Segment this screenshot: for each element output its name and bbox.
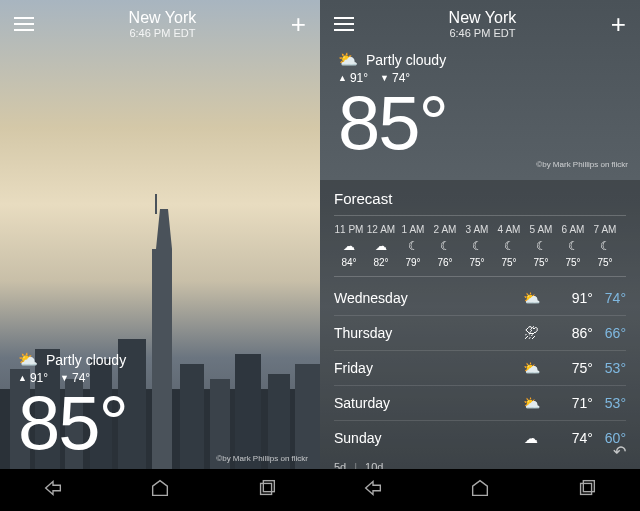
photo-credit: ©by Mark Phillips on flickr: [216, 454, 308, 463]
day-name: Thursday: [334, 325, 516, 341]
svg-rect-7: [155, 194, 157, 214]
day-icon: ⛅: [516, 395, 546, 411]
day-low: 66°: [605, 325, 626, 341]
svg-marker-6: [152, 209, 172, 469]
topbar: New York 6:46 PM EDT +: [320, 0, 640, 48]
forecast-title: Forecast: [334, 190, 626, 207]
hour-item[interactable]: 5 AM☾75°: [526, 224, 556, 268]
add-location-button[interactable]: +: [291, 11, 306, 37]
add-location-button[interactable]: +: [611, 11, 626, 37]
forecast-panel[interactable]: Forecast 11 PM☁84°12 AM☁82°1 AM☾79°2 AM☾…: [320, 180, 640, 469]
day-name: Wednesday: [334, 290, 516, 306]
day-high: 74°: [572, 430, 593, 446]
screen-left: New York 6:46 PM EDT + ⛅ Partly cloudy ▲…: [0, 0, 320, 511]
hour-icon: ☾: [430, 239, 460, 253]
day-name: Friday: [334, 360, 516, 376]
hour-temp: 82°: [366, 257, 396, 268]
hour-temp: 84°: [334, 257, 364, 268]
location-block[interactable]: New York 6:46 PM EDT: [449, 9, 517, 39]
hour-time: 3 AM: [462, 224, 492, 235]
hour-icon: ☾: [494, 239, 524, 253]
partly-cloudy-icon: ⛅: [18, 350, 38, 369]
location-time: 6:46 PM EDT: [129, 27, 197, 39]
hour-item[interactable]: 7 AM☾75°: [590, 224, 620, 268]
hour-item[interactable]: 4 AM☾75°: [494, 224, 524, 268]
hour-temp: 75°: [494, 257, 524, 268]
hour-item[interactable]: 11 PM☁84°: [334, 224, 364, 268]
partly-cloudy-icon: ⛅: [338, 50, 358, 69]
day-row[interactable]: Thursday⛈86°66°: [334, 316, 626, 351]
svg-rect-15: [580, 483, 591, 494]
day-row[interactable]: Wednesday⛅91°74°: [334, 281, 626, 316]
svg-rect-10: [235, 354, 261, 469]
home-button[interactable]: [149, 477, 171, 503]
day-row[interactable]: Friday⛅75°53°: [334, 351, 626, 386]
menu-icon[interactable]: [14, 17, 34, 31]
day-row[interactable]: Saturday⛅71°53°: [334, 386, 626, 421]
day-high: 86°: [572, 325, 593, 341]
android-navbar: [320, 469, 640, 511]
hourly-forecast[interactable]: 11 PM☁84°12 AM☁82°1 AM☾79°2 AM☾76°3 AM☾7…: [334, 215, 626, 277]
hour-item[interactable]: 12 AM☁82°: [366, 224, 396, 268]
photo-credit: ©by Mark Phillips on flickr: [536, 160, 628, 169]
topbar: New York 6:46 PM EDT +: [0, 0, 320, 48]
svg-rect-16: [583, 481, 594, 492]
recent-apps-button[interactable]: [256, 477, 278, 503]
hour-time: 7 AM: [590, 224, 620, 235]
day-name: Saturday: [334, 395, 516, 411]
hour-time: 11 PM: [334, 224, 364, 235]
back-button[interactable]: [362, 477, 384, 503]
home-button[interactable]: [469, 477, 491, 503]
undo-icon[interactable]: ↶: [613, 442, 626, 461]
hour-icon: ☾: [558, 239, 588, 253]
hour-item[interactable]: 2 AM☾76°: [430, 224, 460, 268]
hour-temp: 75°: [462, 257, 492, 268]
day-icon: ⛅: [516, 290, 546, 306]
location-block[interactable]: New York 6:46 PM EDT: [129, 9, 197, 39]
hour-icon: ☾: [590, 239, 620, 253]
hour-temp: 75°: [558, 257, 588, 268]
hour-item[interactable]: 6 AM☾75°: [558, 224, 588, 268]
hour-item[interactable]: 3 AM☾75°: [462, 224, 492, 268]
recent-apps-button[interactable]: [576, 477, 598, 503]
menu-icon[interactable]: [334, 17, 354, 31]
hour-temp: 75°: [526, 257, 556, 268]
current-weather: ⛅ Partly cloudy ▲91° ▼74° 85°: [338, 50, 622, 161]
current-weather: ⛅ Partly cloudy ▲91° ▼74° 85°: [18, 350, 127, 461]
hour-item[interactable]: 8 A: [622, 224, 626, 268]
back-button[interactable]: [42, 477, 64, 503]
hour-time: 2 AM: [430, 224, 460, 235]
day-icon: ⛅: [516, 360, 546, 376]
day-high: 91°: [572, 290, 593, 306]
hour-temp: 75°: [590, 257, 620, 268]
day-low: 53°: [605, 395, 626, 411]
hour-icon: ☾: [462, 239, 492, 253]
daily-forecast: Wednesday⛅91°74°Thursday⛈86°66°Friday⛅75…: [334, 281, 626, 455]
hour-time: 8 A: [622, 224, 626, 235]
location-name: New York: [449, 9, 517, 27]
day-low: 53°: [605, 360, 626, 376]
hour-item[interactable]: 1 AM☾79°: [398, 224, 428, 268]
hour-time: 1 AM: [398, 224, 428, 235]
hour-icon: ☁: [334, 239, 364, 253]
day-high: 71°: [572, 395, 593, 411]
hour-time: 4 AM: [494, 224, 524, 235]
hour-temp: 79°: [398, 257, 428, 268]
day-row[interactable]: Sunday☁74°60°: [334, 421, 626, 455]
hour-icon: ☁: [366, 239, 396, 253]
day-low: 74°: [605, 290, 626, 306]
current-temp: 85°: [338, 85, 622, 161]
hour-icon: ☾: [398, 239, 428, 253]
screen-right: New York 6:46 PM EDT + ⛅ Partly cloudy ▲…: [320, 0, 640, 511]
current-temp: 85°: [18, 385, 127, 461]
day-icon: ⛈: [516, 325, 546, 341]
svg-rect-14: [263, 481, 274, 492]
hour-temp: 76°: [430, 257, 460, 268]
location-time: 6:46 PM EDT: [449, 27, 517, 39]
day-icon: ☁: [516, 430, 546, 446]
hour-icon: ☾: [526, 239, 556, 253]
hour-time: 5 AM: [526, 224, 556, 235]
day-high: 75°: [572, 360, 593, 376]
day-name: Sunday: [334, 430, 516, 446]
svg-rect-8: [180, 364, 204, 469]
